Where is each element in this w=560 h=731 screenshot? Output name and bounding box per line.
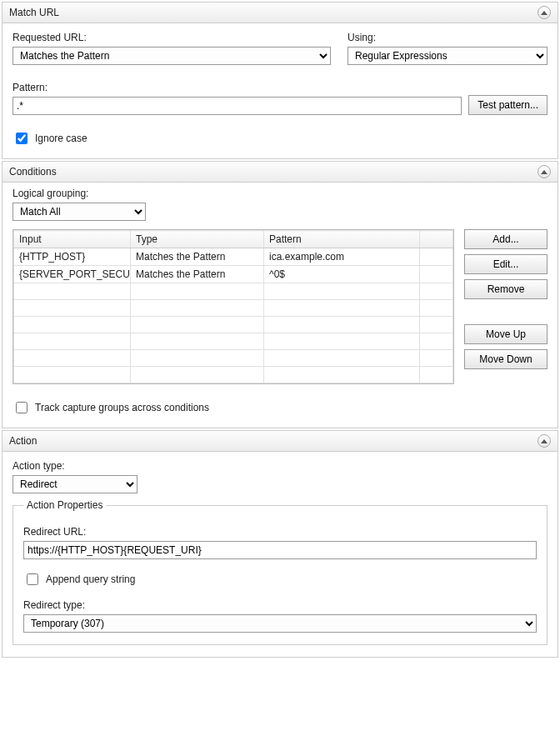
conditions-table[interactable]: Input Type Pattern {HTTP_HOST} Matches t… [12,229,454,384]
table-row [14,350,453,367]
redirect-url-label: Redirect URL: [23,526,537,538]
table-row [14,317,453,333]
action-title: Action [9,435,37,447]
table-row [14,283,453,300]
table-row[interactable]: {SERVER_PORT_SECURE} Matches the Pattern… [14,266,453,283]
col-spacer [420,231,453,248]
collapse-conditions-button[interactable] [538,165,551,178]
action-type-select[interactable]: Redirect [12,475,138,493]
requested-url-select[interactable]: Matches the Pattern [12,47,331,65]
move-up-button[interactable]: Move Up [464,324,548,344]
append-query-label: Append query string [46,573,135,585]
track-capture-checkbox[interactable] [16,402,28,413]
match-url-header: Match URL [2,3,558,23]
remove-button[interactable]: Remove [464,279,548,299]
table-row [14,300,453,317]
logical-grouping-select[interactable]: Match All [12,203,146,221]
col-input: Input [14,231,131,248]
chevron-up-icon [541,11,548,15]
chevron-up-icon [541,170,548,174]
action-type-label: Action type: [12,460,548,472]
col-type: Type [131,231,264,248]
collapse-match-url-button[interactable] [538,6,551,19]
table-row [14,367,453,383]
action-header: Action [2,431,558,452]
action-properties-group: Action Properties Redirect URL: Append q… [12,505,548,645]
add-button[interactable]: Add... [464,229,548,249]
match-url-title: Match URL [9,7,59,18]
conditions-title: Conditions [9,166,57,178]
test-pattern-button[interactable]: Test pattern... [468,95,548,115]
track-capture-label: Track capture groups across conditions [35,402,209,413]
move-down-button[interactable]: Move Down [464,349,548,369]
logical-grouping-label: Logical grouping: [12,188,548,199]
using-select[interactable]: Regular Expressions [348,47,548,65]
redirect-type-select[interactable]: Temporary (307) [23,614,537,633]
redirect-type-label: Redirect type: [23,599,537,611]
conditions-header: Conditions [2,162,558,183]
requested-url-label: Requested URL: [12,32,331,43]
chevron-up-icon [541,439,548,443]
table-row[interactable]: {HTTP_HOST} Matches the Pattern ica.exam… [14,248,453,266]
col-pattern: Pattern [264,231,420,248]
conditions-section: Conditions Logical grouping: Match All I… [2,161,558,428]
collapse-action-button[interactable] [538,434,551,448]
using-label: Using: [348,32,548,43]
ignore-case-label: Ignore case [35,133,88,144]
append-query-checkbox[interactable] [27,573,38,585]
edit-button[interactable]: Edit... [464,254,548,274]
action-properties-title: Action Properties [23,499,106,511]
action-section: Action Action type: Redirect Action Prop… [2,430,558,658]
match-url-section: Match URL Requested URL: Matches the Pat… [2,2,558,159]
table-row [14,333,453,350]
ignore-case-checkbox[interactable] [16,133,28,144]
pattern-label: Pattern: [12,82,462,93]
table-header-row: Input Type Pattern [14,231,453,248]
redirect-url-input[interactable] [23,541,537,559]
pattern-input[interactable] [12,97,462,115]
